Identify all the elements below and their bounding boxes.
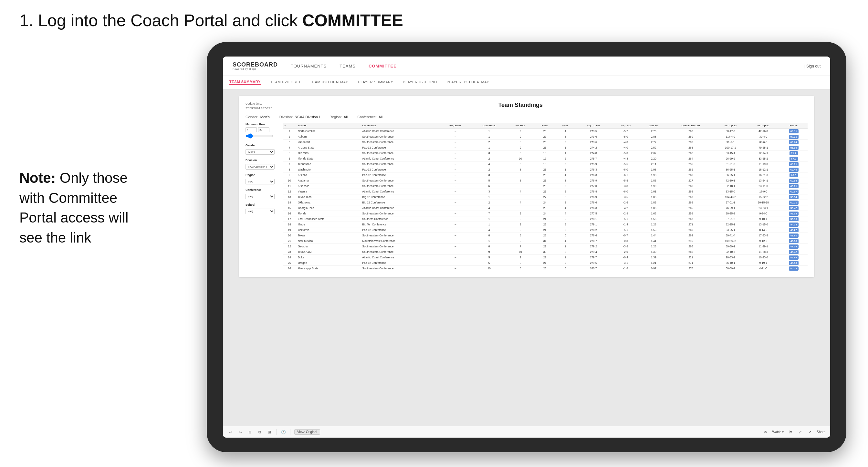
- data-cell: 87-21-2: [714, 216, 747, 222]
- points-cell: 63.49: [780, 167, 808, 173]
- data-cell: 3: [472, 173, 506, 178]
- school-cell: East Tennessee State: [296, 216, 361, 222]
- data-cell: 276.3: [575, 167, 611, 173]
- data-cell: 269: [668, 249, 714, 255]
- sub-nav-team-h2h-heatmap[interactable]: TEAM H2H HEATMAP: [310, 80, 348, 85]
- school-cell: Alabama: [296, 178, 361, 183]
- min-rounds-min-input[interactable]: [246, 127, 257, 132]
- data-cell: 1.90: [640, 183, 668, 189]
- conference-cell: Atlantic Coast Conference: [361, 156, 439, 161]
- nav-committee[interactable]: COMMITTEE: [369, 64, 397, 68]
- region-filter: Region: All: [330, 115, 348, 119]
- points-cell: 71.7: [780, 151, 808, 156]
- nav-teams[interactable]: TEAMS: [340, 64, 356, 68]
- sub-nav-bar: TEAM SUMMARY TEAM H2H GRID TEAM H2H HEAT…: [223, 76, 830, 90]
- data-cell: 273.5: [575, 128, 611, 134]
- conference-select[interactable]: (All): [246, 194, 275, 199]
- data-cell: 4: [555, 173, 576, 178]
- data-cell: 1.85: [640, 206, 668, 211]
- data-cell: 83-15-0: [714, 189, 747, 194]
- eye-icon[interactable]: 👁: [763, 429, 769, 435]
- expand-icon[interactable]: ⤢: [797, 429, 803, 435]
- data-cell: 6: [555, 189, 576, 194]
- sub-nav-player-h2h-grid[interactable]: PLAYER H2H GRID: [403, 80, 437, 85]
- data-cell: 97-01-1: [714, 200, 747, 206]
- data-cell: 5: [555, 222, 576, 227]
- points-cell: 45.13: [780, 266, 808, 271]
- data-cell: 24: [534, 227, 555, 233]
- data-cell: 2: [283, 134, 296, 139]
- data-cell: 11: [283, 183, 296, 189]
- sign-out-link[interactable]: Sign out: [806, 64, 820, 68]
- data-cell: 19: [283, 227, 296, 233]
- data-cell: 61-21-0: [714, 161, 747, 167]
- sub-nav-team-summary[interactable]: TEAM SUMMARY: [229, 80, 261, 85]
- data-cell: 5: [472, 255, 506, 260]
- points-cell: 42.98: [780, 255, 808, 260]
- data-cell: 279.4: [575, 249, 611, 255]
- nav-tournaments[interactable]: TOURNAMENTS: [291, 64, 327, 68]
- grid-icon[interactable]: ⊞: [267, 429, 272, 435]
- school-select[interactable]: (All): [246, 209, 275, 214]
- data-cell: 8: [506, 227, 534, 233]
- conference-cell: Pac-12 Conference: [361, 173, 439, 178]
- watch-button[interactable]: Watch ▾: [772, 430, 784, 434]
- table-row: 15Georgia TechAtlantic Coast Conference–…: [283, 206, 808, 211]
- conference-filter: Conference: All: [357, 115, 382, 119]
- data-cell: 2: [472, 200, 506, 206]
- share-icon[interactable]: ↗: [807, 429, 813, 435]
- data-cell: -4.4: [612, 156, 640, 161]
- data-cell: 88-17-0: [714, 128, 747, 134]
- data-cell: 4: [506, 189, 534, 194]
- data-cell: 59-41-4: [714, 233, 747, 238]
- data-cell: 9-24-0: [747, 211, 780, 216]
- data-cell: 276.9: [575, 178, 611, 183]
- col-header-school: School: [296, 123, 361, 128]
- data-cell: 80-25-2: [714, 211, 747, 216]
- sub-nav-team-h2h-grid[interactable]: TEAM H2H GRID: [270, 80, 301, 85]
- points-cell: 46.38: [780, 238, 808, 244]
- undo-icon[interactable]: ↩: [228, 429, 234, 435]
- data-cell: 258: [668, 211, 714, 216]
- sub-nav-player-summary[interactable]: PLAYER SUMMARY: [358, 80, 393, 85]
- nav-sign-out: | Sign out: [804, 64, 820, 68]
- data-cell: 273.6: [575, 134, 611, 139]
- points-cell: 60.21: [780, 200, 808, 206]
- school-cell: Duke: [296, 255, 361, 260]
- data-cell: 21: [283, 238, 296, 244]
- data-cell: -5.1: [612, 227, 640, 233]
- sub-nav-player-h2h-heatmap[interactable]: PLAYER H2H HEATMAP: [447, 80, 489, 85]
- data-cell: 2.88: [640, 134, 668, 139]
- share-button[interactable]: Share: [817, 430, 825, 434]
- school-cell: Oregon: [296, 260, 361, 266]
- school-filter-label: School: [246, 203, 278, 206]
- data-cell: 17-9-0: [747, 189, 780, 194]
- flag-icon[interactable]: ⚑: [787, 429, 794, 435]
- data-cell: 2.11: [640, 161, 668, 167]
- clock-icon[interactable]: 🕐: [280, 429, 286, 435]
- zoom-icon[interactable]: ⊕: [247, 429, 253, 435]
- data-cell: 267: [668, 216, 714, 222]
- division-select[interactable]: NCAA Division I: [246, 164, 275, 169]
- data-cell: 4: [555, 128, 576, 134]
- table-row: 5Ole MissSoutheastern Conference–3618127…: [283, 151, 808, 156]
- data-cell: 7: [472, 211, 506, 216]
- data-cell: 274.8: [575, 151, 611, 156]
- redo-icon[interactable]: ↪: [238, 429, 243, 435]
- card-header: Update time: 27/03/2024 16:56:26 Team St…: [246, 102, 808, 111]
- gender-select[interactable]: Men's: [246, 149, 275, 155]
- region-select[interactable]: N/A: [246, 179, 275, 184]
- instruction-area: 1. Log into the Coach Portal and click C…: [20, 10, 848, 32]
- conference-filter-group: Conference (All): [246, 188, 278, 199]
- min-rounds-slider[interactable]: [246, 133, 273, 138]
- division-filter: Division: NCAA Division I: [279, 115, 320, 119]
- view-original-button[interactable]: View: Original: [294, 429, 320, 435]
- min-rounds-max-input[interactable]: [258, 127, 270, 132]
- data-cell: 8: [506, 183, 534, 189]
- data-cell: –: [439, 238, 472, 244]
- data-cell: 271: [668, 222, 714, 227]
- copy-icon[interactable]: ⧉: [257, 429, 262, 435]
- school-cell: Texas: [296, 233, 361, 238]
- data-cell: –: [439, 151, 472, 156]
- main-content: Update time: 27/03/2024 16:56:26 Team St…: [223, 90, 830, 426]
